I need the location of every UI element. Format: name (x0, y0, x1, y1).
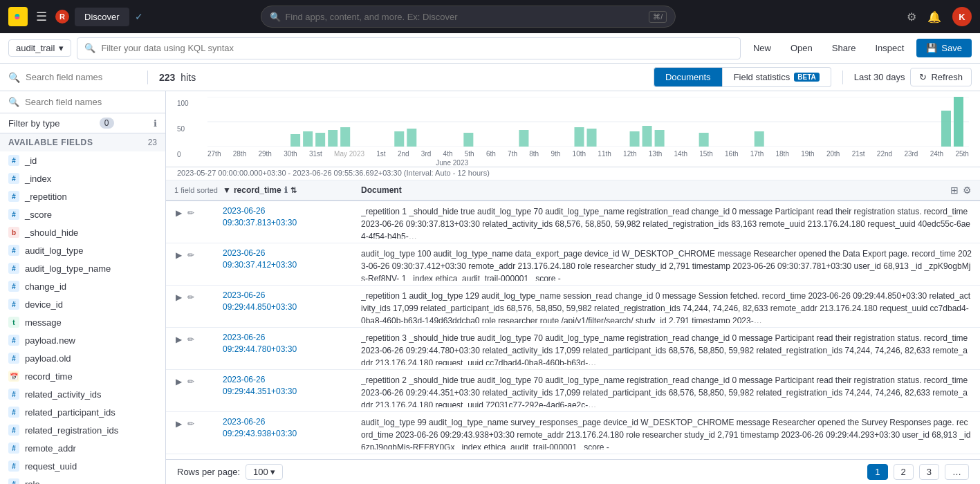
kql-filter-input[interactable] (101, 43, 733, 53)
page-more-button[interactable]: … (945, 464, 969, 480)
settings-table-button[interactable]: ⚙ (963, 185, 972, 196)
expand-row-button[interactable]: ▶ (174, 207, 183, 219)
expand-row-button[interactable]: ▶ (174, 291, 183, 304)
results-area[interactable]: 1 field sorted ▼ record_time ℹ ⇅ Documen… (166, 180, 980, 459)
new-button[interactable]: New (746, 40, 778, 56)
x-label-27th: 27th (207, 150, 221, 158)
rows-per-page-label: Rows per page: (177, 467, 240, 477)
share-button[interactable]: Share (825, 40, 863, 56)
user-avatar[interactable]: K (952, 7, 972, 26)
discover-tab[interactable]: Discover (75, 8, 129, 26)
sidebar-field-request-uuid[interactable]: #request_uuid (0, 457, 165, 475)
sidebar-field--repetition[interactable]: #_repetition (0, 187, 165, 205)
index-selector-button[interactable]: audit_trail ▾ (8, 39, 71, 57)
table-row: ▶ ✏ 2023-06-2609:29:43.938+03:30 audit_l… (166, 412, 980, 454)
refresh-label: Refresh (931, 72, 963, 82)
row-doc: audit_log_type 100 audit_log_type_name d… (361, 248, 972, 281)
edit-row-button[interactable]: ✏ (186, 291, 196, 304)
sidebar-field-role[interactable]: #role (0, 475, 165, 484)
x-label-14th: 14th (674, 150, 687, 158)
sidebar-search-input[interactable] (25, 97, 157, 107)
x-label-29th: 29th (258, 150, 271, 158)
field-statistics-tab[interactable]: Field statistics BETA (723, 67, 831, 87)
edit-row-button[interactable]: ✏ (186, 207, 196, 219)
recent-badge: R (55, 10, 69, 24)
last-days-label: Last 30 days (854, 72, 905, 82)
expand-row-button[interactable]: ▶ (174, 418, 183, 430)
field-type-icon: # (8, 281, 19, 292)
page-1-button[interactable]: 1 (867, 464, 887, 480)
y-label-50: 50 (177, 125, 196, 133)
sidebar-field-remote-addr[interactable]: #remote_addr (0, 439, 165, 457)
expand-row-button[interactable]: ▶ (174, 249, 183, 261)
expand-row-button[interactable]: ▶ (174, 333, 183, 346)
edit-row-button[interactable]: ✏ (186, 418, 196, 430)
sidebar-field-audit-log-type[interactable]: #audit_log_type (0, 241, 165, 259)
field-name: record_time (25, 371, 73, 382)
field-type-icon: # (8, 299, 19, 310)
svg-rect-9 (394, 131, 404, 147)
row-time: 2023-06-2609:29:44.351+03:30 (223, 374, 361, 398)
field-name: role (25, 479, 40, 485)
rows-per-page-select[interactable]: 100 ▾ (246, 464, 283, 480)
field-name: _should_hide (25, 227, 78, 238)
field-type-icon: b (8, 227, 19, 238)
page-2-button[interactable]: 2 (894, 464, 914, 480)
x-label-22nd: 22nd (877, 150, 892, 158)
sidebar-field--score[interactable]: #_score (0, 205, 165, 223)
y-label-0: 0 (177, 151, 196, 158)
x-label-3rd: 3rd (421, 150, 431, 158)
inspect-button[interactable]: Inspect (868, 40, 911, 56)
field-search-input[interactable] (26, 72, 136, 82)
settings-icon-button[interactable]: ⚙ (907, 10, 916, 24)
sidebar-field--index[interactable]: #_index (0, 169, 165, 187)
field-type-icon: # (8, 443, 19, 454)
open-button[interactable]: Open (784, 40, 820, 56)
edit-row-button[interactable]: ✏ (186, 333, 196, 346)
sidebar-field-record-time[interactable]: 📅record_time (0, 367, 165, 385)
x-label-16th: 16th (725, 150, 738, 158)
sidebar-field-device-id[interactable]: #device_id (0, 295, 165, 313)
search-icon: 🔍 (270, 12, 281, 22)
sidebar-field-related-participant-ids[interactable]: #related_participant_ids (0, 403, 165, 421)
svg-rect-14 (586, 129, 596, 147)
info-icon: ℹ (154, 118, 157, 129)
sidebar-field-payload-old[interactable]: #payload.old (0, 349, 165, 367)
save-button[interactable]: 💾 Save (916, 39, 972, 57)
documents-tab[interactable]: Documents (654, 67, 723, 87)
sidebar-field-related-activity-ids[interactable]: #related_activity_ids (0, 385, 165, 403)
refresh-button[interactable]: ↻ Refresh (910, 68, 972, 86)
x-label-25th: 25th (955, 150, 968, 158)
x-label-28th: 28th (233, 150, 246, 158)
x-label-17th: 17th (750, 150, 764, 158)
row-doc: _repetition 1 audit_log_type 129 audit_l… (361, 290, 972, 323)
sidebar-field--should-hide[interactable]: b_should_hide (0, 223, 165, 241)
sort-icon: ⇅ (290, 186, 297, 195)
page-3-button[interactable]: 3 (919, 464, 939, 480)
x-label-18th: 18th (775, 150, 788, 158)
col-time[interactable]: ▼ record_time ℹ ⇅ (223, 185, 361, 195)
svg-rect-7 (328, 130, 338, 147)
sidebar-field-payload-new[interactable]: #payload.new (0, 331, 165, 349)
x-label-13th: 13th (649, 150, 662, 158)
columns-icon-button[interactable]: ⊞ (950, 185, 959, 196)
edit-row-button[interactable]: ✏ (186, 375, 196, 388)
notifications-icon-button[interactable]: 🔔 (927, 10, 941, 24)
sidebar-field-message[interactable]: tmessage (0, 313, 165, 331)
x-label-10th: 10th (573, 150, 586, 158)
edit-row-button[interactable]: ✏ (186, 249, 196, 261)
top-nav: ☰ R Discover ✓ 🔍 ⌘/ ⚙ 🔔 K (0, 0, 980, 33)
hamburger-button[interactable]: ☰ (33, 6, 50, 27)
hits-label: hits (181, 72, 196, 83)
svg-rect-8 (340, 127, 350, 147)
table-row: ▶ ✏ 2023-06-2609:29:44.850+03:30 _repeti… (166, 286, 980, 328)
sidebar-field--id[interactable]: #_id (0, 151, 165, 169)
field-name: _repetition (25, 192, 67, 202)
sidebar-field-change-id[interactable]: #change_id (0, 277, 165, 295)
sidebar-field-audit-log-type-name[interactable]: #audit_log_type_name (0, 259, 165, 277)
global-search-input[interactable] (285, 12, 649, 22)
expand-row-button[interactable]: ▶ (174, 375, 183, 388)
content-area: 100 50 0 (166, 91, 980, 484)
x-label-24th: 24th (930, 150, 943, 158)
sidebar-field-related-registration-ids[interactable]: #related_registration_ids (0, 421, 165, 439)
